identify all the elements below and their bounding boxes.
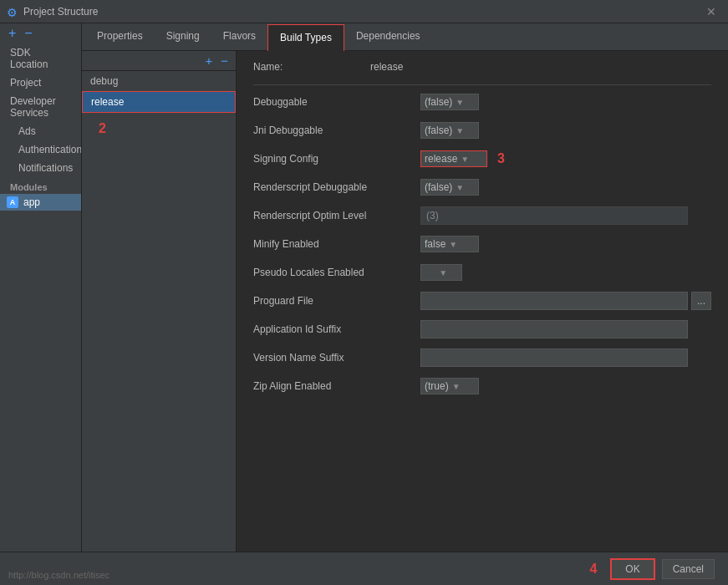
build-type-debug[interactable]: debug [82,71,236,91]
sidebar-item-developer-services[interactable]: Developer Services [0,92,81,122]
name-label: Name: [253,61,370,73]
proguard-file-input[interactable] [420,292,688,310]
version-name-suffix-control [420,348,688,367]
proguard-file-label: Proguard File [253,295,420,307]
sidebar: + − SDK Location Project Developer Servi… [0,23,82,552]
tab-signing[interactable]: Signing [155,23,211,50]
pseudo-locales-row: Pseudo Locales Enabled ▼ [253,262,711,282]
zip-align-arrow: ▼ [452,382,461,391]
pseudo-locales-select[interactable]: ▼ [420,264,462,281]
proguard-file-row: Proguard File ... [253,291,711,311]
tabs-bar: Properties Signing Flavors Build Types D… [82,23,728,51]
signing-config-label: Signing Config [253,153,420,165]
module-icon: A [7,196,18,208]
zip-align-value: (true) [425,380,449,392]
app-icon: ⚙ [7,6,18,18]
bottom-bar: http://blog.csdn.net/itisec 4 OK Cancel [0,552,728,585]
debuggable-arrow: ▼ [456,98,464,107]
name-value: release [370,61,711,73]
sidebar-item-ads[interactable]: Ads [0,122,81,140]
app-id-suffix-control [420,320,688,338]
annotation-2: 2 [82,113,236,145]
app-id-suffix-row: Application Id Suffix [253,319,711,339]
title-bar: ⚙ Project Structure ✕ [0,0,728,23]
sidebar-add-button[interactable]: + [7,27,18,40]
annotation-3: 3 [497,151,505,166]
debuggable-row: Debuggable (false) ▼ [253,92,711,112]
jni-debuggable-value: (false) [425,125,452,136]
sidebar-section-modules: Modules [0,177,81,194]
close-button[interactable]: ✕ [701,3,721,20]
build-list: + − debug release 2 [82,51,237,552]
tab-build-types[interactable]: Build Types [267,24,344,51]
zip-align-label: Zip Align Enabled [253,380,420,392]
jni-debuggable-label: Jni Debuggable [253,125,420,136]
properties-panel: Name: release Debuggable (false) ▼ [237,51,728,552]
renderscript-optim-label: Renderscript Optim Level [253,210,420,221]
tab-dependencies[interactable]: Dependencies [344,23,432,50]
signing-config-control: release ▼ 3 [420,150,505,167]
annotation-4: 4 [589,562,597,577]
version-name-suffix-row: Version Name Suffix [253,348,711,368]
signing-config-row: Signing Config release ▼ 3 [253,149,711,169]
name-row: Name: release [253,61,711,73]
tab-flavors[interactable]: Flavors [211,23,267,50]
minify-enabled-select[interactable]: false ▼ [420,236,479,252]
cancel-button[interactable]: Cancel [662,559,715,579]
watermark: http://blog.csdn.net/itisec [8,570,109,580]
debuggable-select[interactable]: (false) ▼ [420,94,479,110]
debuggable-control: (false) ▼ [420,94,479,110]
proguard-browse-button[interactable]: ... [691,292,711,310]
minify-enabled-control: false ▼ [420,236,479,252]
separator [253,84,711,85]
build-list-remove-button[interactable]: − [218,54,231,67]
renderscript-debuggable-label: Renderscript Debuggable [253,181,420,193]
jni-debuggable-select[interactable]: (false) ▼ [420,122,479,139]
content-area: Properties Signing Flavors Build Types D… [82,23,728,552]
proguard-file-control: ... [420,292,711,310]
pseudo-locales-control: ▼ [420,264,462,281]
renderscript-debuggable-arrow: ▼ [456,183,464,192]
minify-enabled-value: false [425,238,445,250]
debuggable-value: (false) [425,96,452,108]
renderscript-debuggable-control: (false) ▼ [420,179,479,196]
title-bar-text: Project Structure [23,6,701,18]
app-id-suffix-label: Application Id Suffix [253,323,420,335]
build-types-panel: + − debug release 2 Name: release Debugg… [82,51,728,552]
signing-config-arrow: ▼ [461,155,469,164]
pseudo-locales-label: Pseudo Locales Enabled [253,267,420,278]
module-label: app [23,196,40,208]
sidebar-item-sdk-location[interactable]: SDK Location [0,43,81,74]
ok-button[interactable]: OK [610,558,654,580]
sidebar-toolbar: + − [0,23,81,43]
build-type-release[interactable]: release [82,91,236,113]
main-container: + − SDK Location Project Developer Servi… [0,23,728,552]
renderscript-optim-row: Renderscript Optim Level [253,206,711,226]
version-name-suffix-input[interactable] [420,348,688,367]
sidebar-item-notifications[interactable]: Notifications [0,159,81,177]
pseudo-locales-value [425,267,435,278]
version-name-suffix-label: Version Name Suffix [253,352,420,364]
sidebar-item-project[interactable]: Project [0,74,81,92]
minify-enabled-label: Minify Enabled [253,238,420,250]
renderscript-optim-input[interactable] [420,206,688,225]
sidebar-remove-button[interactable]: − [23,27,33,40]
signing-config-value: release [425,153,457,165]
jni-debuggable-control: (false) ▼ [420,122,479,139]
signing-config-select[interactable]: release ▼ [420,150,487,167]
tab-properties[interactable]: Properties [85,23,155,50]
debuggable-label: Debuggable [253,96,420,108]
build-list-toolbar: + − [82,51,236,71]
renderscript-debuggable-value: (false) [425,181,452,193]
app-id-suffix-input[interactable] [420,320,688,338]
zip-align-control: (true) ▼ [420,378,479,394]
jni-debuggable-row: Jni Debuggable (false) ▼ [253,120,711,140]
sidebar-item-app[interactable]: A app [0,194,81,211]
renderscript-debuggable-row: Renderscript Debuggable (false) ▼ [253,177,711,197]
zip-align-select[interactable]: (true) ▼ [420,378,479,394]
jni-debuggable-arrow: ▼ [456,126,464,135]
build-list-add-button[interactable]: + [202,54,215,67]
minify-enabled-row: Minify Enabled false ▼ [253,234,711,254]
renderscript-debuggable-select[interactable]: (false) ▼ [420,179,479,196]
sidebar-item-authentication[interactable]: Authentication [0,140,81,159]
